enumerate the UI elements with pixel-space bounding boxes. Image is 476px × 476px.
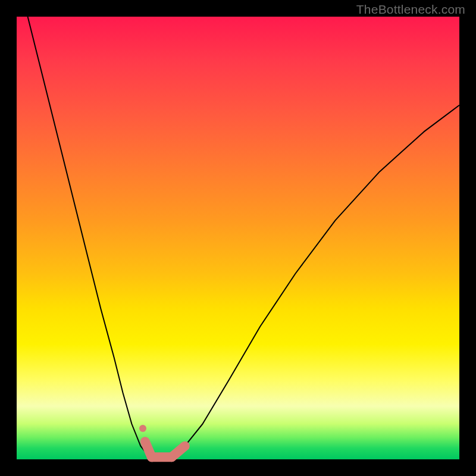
bottleneck-curve xyxy=(17,0,459,459)
curve-highlight-segment xyxy=(171,446,184,458)
curve-marker-dot xyxy=(139,425,146,432)
chart-frame: TheBottleneck.com xyxy=(0,0,476,476)
curve-layer xyxy=(17,17,459,459)
watermark-text: TheBottleneck.com xyxy=(356,2,465,17)
plot-area xyxy=(17,17,459,459)
